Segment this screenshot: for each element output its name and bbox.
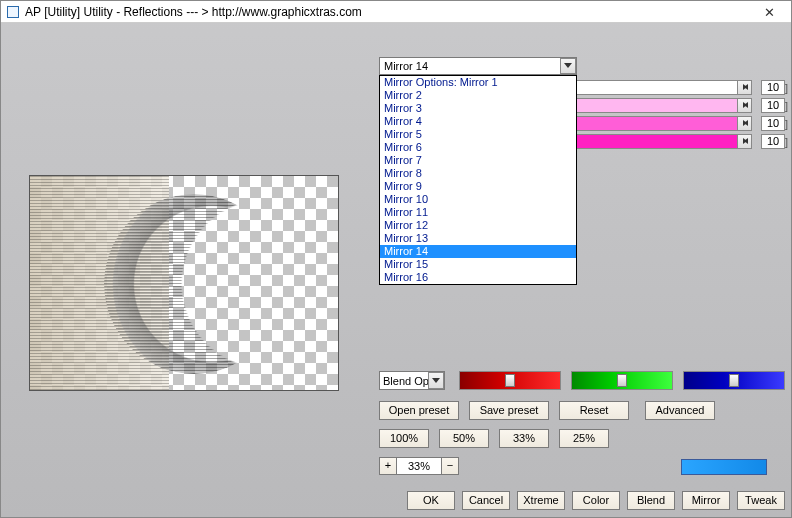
cancel-button[interactable]: Cancel [462,491,510,510]
param-value[interactable]: 10 [761,98,785,113]
blend-button[interactable]: Blend [627,491,675,510]
slider-grip[interactable] [617,374,627,387]
mirror-option[interactable]: Mirror 8 [380,167,576,180]
mirror-option[interactable]: Mirror 10 [380,193,576,206]
mirror-option[interactable]: Mirror 14 [380,245,576,258]
mirror-option[interactable]: Mirror 7 [380,154,576,167]
xtreme-button[interactable]: Xtreme [517,491,565,510]
param-value[interactable]: 10 [761,134,785,149]
mirror-option[interactable]: Mirror 11 [380,206,576,219]
pct-100-button[interactable]: 100% [379,429,429,448]
stepper-arrows-icon[interactable] [737,81,751,94]
mirror-option[interactable]: Mirror 6 [380,141,576,154]
mirror-select[interactable]: Mirror 14 [379,57,577,75]
stepper-arrows-icon[interactable] [737,117,751,130]
advanced-button[interactable]: Advanced [645,401,715,420]
stepper-arrows-icon[interactable] [737,99,751,112]
save-preset-button[interactable]: Save preset [469,401,549,420]
mirror-option[interactable]: Mirror 4 [380,115,576,128]
mirror-option[interactable]: Mirror 15 [380,258,576,271]
ok-button[interactable]: OK [407,491,455,510]
param-value[interactable]: 10 [761,80,785,95]
stepper-minus[interactable]: − [441,457,459,475]
tweak-button[interactable]: Tweak [737,491,785,510]
mirror-option[interactable]: Mirror Options: Mirror 1 [380,76,576,89]
pct-33-button[interactable]: 33% [499,429,549,448]
blend-select-value: Blend Optio [383,375,429,387]
pct-25-button[interactable]: 25% [559,429,609,448]
mirror-option[interactable]: Mirror 16 [380,271,576,284]
red-slider[interactable] [459,371,561,390]
app-window: { "title": "AP [Utility] Utility - Refle… [0,0,792,518]
app-icon [7,6,19,18]
mirror-option[interactable]: Mirror 13 [380,232,576,245]
bracket: ] [785,118,791,130]
mirror-button[interactable]: Mirror [682,491,730,510]
color-button[interactable]: Color [572,491,620,510]
slider-grip[interactable] [729,374,739,387]
chevron-down-icon[interactable] [428,372,444,389]
mirror-select-value: Mirror 14 [384,60,428,72]
reset-button[interactable]: Reset [559,401,629,420]
open-preset-button[interactable]: Open preset [379,401,459,420]
crescent-shape [104,194,284,374]
zoom-stepper: + 33% − [379,457,459,476]
pct-50-button[interactable]: 50% [439,429,489,448]
mirror-select-list[interactable]: Mirror Options: Mirror 1Mirror 2Mirror 3… [379,75,577,285]
mirror-option[interactable]: Mirror 3 [380,102,576,115]
chevron-down-icon[interactable] [560,58,576,74]
stepper-plus[interactable]: + [379,457,397,475]
param-value[interactable]: 10 [761,116,785,131]
bracket: ] [785,136,791,148]
mirror-option[interactable]: Mirror 2 [380,89,576,102]
mirror-option[interactable]: Mirror 5 [380,128,576,141]
window-title: AP [Utility] Utility - Reflections --- >… [25,5,362,19]
titlebar: AP [Utility] Utility - Reflections --- >… [1,1,791,23]
mirror-option[interactable]: Mirror 12 [380,219,576,232]
color-swatch[interactable] [681,459,767,475]
mirror-option[interactable]: Mirror 9 [380,180,576,193]
close-button[interactable] [747,1,791,23]
preview-canvas [29,175,339,391]
stepper-value[interactable]: 33% [397,457,441,475]
stepper-arrows-icon[interactable] [737,135,751,148]
bracket: ] [785,100,791,112]
slider-grip[interactable] [505,374,515,387]
blend-select[interactable]: Blend Optio [379,371,445,390]
bracket: ] [785,82,791,94]
green-slider[interactable] [571,371,673,390]
blue-slider[interactable] [683,371,785,390]
